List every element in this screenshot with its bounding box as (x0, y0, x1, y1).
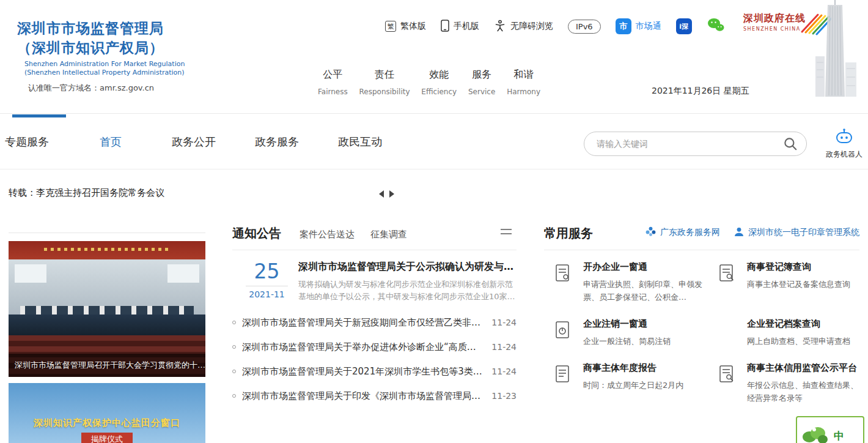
person-icon (734, 226, 745, 239)
service-open-business[interactable]: 开办企业一窗通 申请营业执照、刻制印章、申领发票、员工参保登记、公积金… (553, 261, 713, 303)
service-desc: 商事主体登记及备案信息查询 (747, 278, 850, 291)
carousel-slide-ipcenter[interactable]: 深圳知识产权保护中心盐田分窗口 揭牌仪式 (9, 383, 205, 443)
eseal-system-link[interactable]: 深圳市统一电子印章管理系统 (734, 226, 859, 239)
services-external-links: 广东政务服务网 深圳市统一电子印章管理系统 (645, 226, 859, 239)
featured-body: 深圳市市场监督管理局关于公示拟确认为研发与标… 现将拟确认为研发与标准化同步示范… (298, 261, 517, 303)
archive-icon-placeholder (716, 318, 738, 348)
tab-surveys[interactable]: 征集调查 (370, 229, 407, 240)
accessibility-icon (494, 20, 506, 34)
site-header: 深圳市市场监督管理局 （深圳市知识产权局） Shenzhen Administr… (0, 0, 868, 114)
traditional-version-link[interactable]: 繁 繁体版 (385, 21, 426, 32)
site-title-english: Shenzhen Administration For Market Regul… (17, 60, 185, 77)
bullet-icon (232, 370, 236, 373)
featured-title[interactable]: 深圳市市场监督管理局关于公示拟确认为研发与标… (298, 261, 517, 274)
value-fairness: 公平Fairness (318, 69, 348, 96)
mobile-version-link[interactable]: 手机版 (441, 20, 479, 34)
notices-tabs: 案件公告送达 征集调查 (300, 229, 407, 240)
current-date: 2021年11月26日 星期五 (652, 86, 749, 97)
notice-item[interactable]: 深圳市市场监督管理局关于新冠疫期间全市仅经营乙类非… 11-24 (232, 310, 517, 335)
value-efficiency: 效能Efficiency (421, 69, 457, 96)
services-title: 常用服务 (544, 225, 593, 242)
service-credit-platform[interactable]: 商事主体信用监管公示平台 年报公示信息、抽查检查结果、经营异常名录等 (716, 362, 859, 404)
market-app-link[interactable]: 市 市场通 (616, 18, 661, 34)
bullet-icon (232, 321, 236, 324)
site-title: 深圳市市场监督管理局 （深圳市知识产权局） (17, 18, 185, 58)
nav-item-gov-affairs[interactable]: 政务公开 (167, 114, 221, 169)
wechat-icon[interactable] (707, 17, 725, 35)
traditional-version-label: 繁体版 (400, 21, 426, 32)
accessibility-label: 无障碍浏览 (510, 21, 553, 32)
leaves-icon (802, 423, 828, 443)
main-nav: 首页 政务公开 政务服务 政民互动 专题服务 政务机器人 (0, 114, 868, 169)
next-arrow-icon[interactable] (389, 190, 394, 198)
notices-title[interactable]: 通知公告 (232, 225, 281, 242)
news-ticker: 转载： 李克强主持召开国务院常务会议 (9, 187, 164, 199)
bullet-icon (232, 394, 236, 398)
ipcenter-banner-subtitle: 揭牌仪式 (81, 433, 133, 443)
green-corner-widget[interactable]: 中 (796, 416, 864, 443)
search-input[interactable] (584, 132, 807, 156)
prev-arrow-icon[interactable] (379, 190, 384, 198)
service-registry-query[interactable]: 商事登记簿查询 商事主体登记及备案信息查询 (716, 261, 859, 303)
notice-item[interactable]: 深圳市市场监督管理局关于2021年深圳市学生书包等3类产… 11-24 (232, 359, 517, 384)
market-app-icon: 市 (616, 18, 631, 34)
ticker-headline-link[interactable]: 李克强主持召开国务院常务会议 (36, 187, 164, 199)
market-app-label: 市场通 (636, 21, 661, 32)
service-title: 开办企业一窗通 (583, 261, 713, 273)
notices-panel: 通知公告 案件公告送达 征集调查 25 2021-11 深圳市市场监督管理局关于… (232, 225, 517, 408)
utility-bar: 繁 繁体版 手机版 无障碍浏览 IPv6 市 市场通 i深 (385, 17, 725, 35)
robot-icon (834, 136, 854, 147)
nav-item-interaction[interactable]: 政民互动 (333, 114, 387, 169)
site-logo[interactable]: 深圳市市场监督管理局 （深圳市知识产权局） Shenzhen Administr… (17, 18, 185, 94)
accessibility-link[interactable]: 无障碍浏览 (494, 20, 553, 34)
value-responsibility: 责任Responsibility (359, 69, 410, 96)
ticker-prefix: 转载： (9, 187, 36, 199)
notice-item-title: 深圳市市场监督管理局关于举办促进体外诊断企业“高质量… (242, 341, 483, 353)
service-annual-report[interactable]: 商事主体年度报告 时间：成立周年之日起2月内 (553, 362, 713, 404)
skyscraper-illustration (803, 0, 867, 100)
service-grid: 开办企业一窗通 申请营业执照、刻制印章、申领发票、员工参保登记、公积金… 商事登… (544, 250, 859, 404)
featured-notice[interactable]: 25 2021-11 深圳市市场监督管理局关于公示拟确认为研发与标… 现将拟确认… (232, 250, 517, 303)
guangdong-gov-link[interactable]: 广东政务服务网 (645, 226, 720, 239)
featured-month: 2021-11 (245, 289, 289, 299)
photo-carousel: 深圳市市场监督管理局召开干部大会学习贯彻党的十… 深圳知识产权保护中心盐田分窗口… (9, 233, 205, 443)
service-deregister[interactable]: 企业注销一窗通 企业一般注销、简易注销 (553, 318, 713, 348)
nav-item-special-topics[interactable]: 专题服务 (0, 114, 54, 169)
notice-item[interactable]: 深圳市市场监督管理局关于举办促进体外诊断企业“高质量… 11-24 (232, 335, 517, 359)
site-search (584, 132, 807, 156)
notice-item-date: 11-24 (491, 318, 517, 327)
license-icon (553, 261, 575, 303)
power-doc-icon (553, 318, 575, 348)
featured-day: 25 (245, 261, 289, 283)
service-desc: 申请营业执照、刻制印章、申领发票、员工参保登记、公积金… (583, 278, 713, 303)
service-desc: 时间：成立周年之日起2月内 (583, 379, 683, 392)
report-icon (553, 362, 575, 404)
carousel-caption[interactable]: 深圳市市场监督管理局召开干部大会学习贯彻党的十… (9, 354, 205, 377)
search-icon[interactable] (782, 136, 798, 154)
services-header: 常用服务 广东政务服务网 深圳市统一电子印章管理系统 (544, 225, 859, 250)
carousel-slide-meeting[interactable]: 深圳市市场监督管理局召开干部大会学习贯彻党的十… (9, 241, 205, 377)
nav-item-home[interactable]: 首页 (84, 114, 138, 169)
more-icon[interactable] (501, 229, 512, 237)
notice-item-date: 11-23 (491, 391, 517, 401)
phone-icon (441, 20, 449, 34)
widget-text: 中 (834, 429, 844, 443)
eseal-system-label: 深圳市统一电子印章管理系统 (748, 227, 859, 238)
ishenzhen-app-icon[interactable]: i深 (676, 18, 692, 34)
notice-item-title: 深圳市市场监督管理局关于印发《深圳市市场监督管理局商… (242, 390, 483, 402)
ipv6-badge[interactable]: IPv6 (568, 20, 601, 34)
service-title: 商事主体年度报告 (583, 362, 683, 374)
page: 深圳市市场监督管理局 （深圳市知识产权局） Shenzhen Administr… (0, 0, 868, 443)
ipcenter-banner-title: 深圳知识产权保护中心盐田分窗口 (9, 417, 205, 429)
tab-case-announcements[interactable]: 案件公告送达 (300, 229, 355, 240)
meeting-banner (9, 241, 205, 259)
date-divider (246, 286, 288, 286)
service-archive-query[interactable]: 企业登记档案查询 网上自助查档、受理申请查档 (716, 318, 859, 348)
notice-item[interactable]: 深圳市市场监督管理局关于印发《深圳市市场监督管理局商… 11-23 (232, 384, 517, 408)
nav-item-gov-services[interactable]: 政务服务 (250, 114, 304, 169)
gov-robot-button[interactable]: 政务机器人 (823, 128, 866, 160)
value-harmony: 和谐Harmony (507, 69, 540, 96)
notice-item-date: 11-24 (491, 367, 517, 376)
slideshow-arrows (379, 190, 394, 198)
meeting-table (9, 315, 205, 335)
